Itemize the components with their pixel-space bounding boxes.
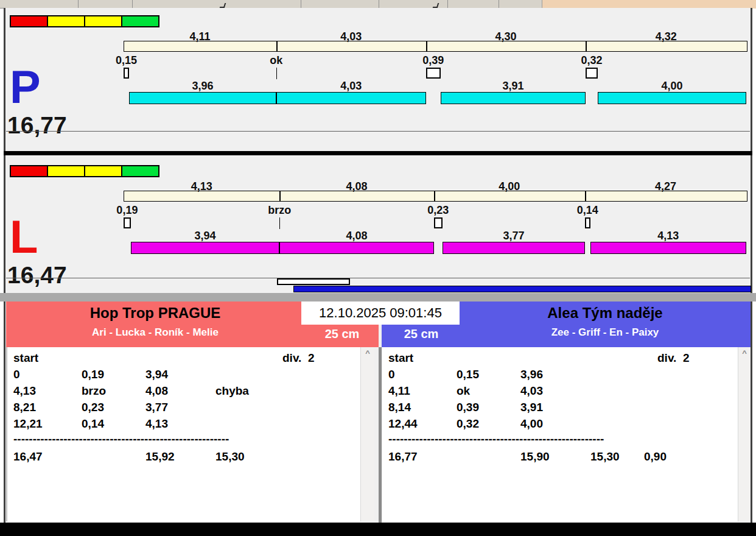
summary-cell: 15,92 xyxy=(145,451,175,464)
flag-cell xyxy=(84,166,121,176)
jump-time-bar xyxy=(279,242,433,254)
lane-l-letter: L xyxy=(10,214,38,260)
summary-cell: 15,30 xyxy=(215,451,245,464)
split-cell: 4,13 xyxy=(13,385,36,398)
exchange-gap-box xyxy=(426,68,441,79)
split-cell: 0,32 xyxy=(457,418,479,431)
leg-boundary-divider xyxy=(586,41,587,52)
flag-cell xyxy=(47,166,84,176)
leg-duration-bar xyxy=(124,191,747,202)
leg-duration-label: 4,00 xyxy=(499,180,520,193)
split-cell: chyba xyxy=(215,385,249,398)
scrollbar-right-table[interactable]: ^ xyxy=(738,347,751,521)
lane-p-split-chart: 4,110,153,964,03ok4,034,300,393,914,320,… xyxy=(124,30,747,107)
start-label: start xyxy=(388,352,413,365)
summary-cell: 16,77 xyxy=(388,451,418,464)
split-cell: 0,39 xyxy=(457,401,479,414)
jump-time-label: 4,08 xyxy=(346,230,367,242)
lane-l-split-chart: 4,130,193,944,08brzo4,084,000,233,774,27… xyxy=(124,180,747,256)
summary-cell: 15,30 xyxy=(590,451,620,464)
exchange-gap-label: 0,19 xyxy=(116,204,138,217)
exchange-gap-box xyxy=(124,217,131,228)
exchange-gap-label: 0,23 xyxy=(427,204,449,217)
split-cell: 8,14 xyxy=(388,401,411,414)
flag-cell xyxy=(121,16,158,26)
division-label: div. 2 xyxy=(282,352,314,365)
menubar-strip[interactable] xyxy=(0,0,542,9)
progress-marker-box xyxy=(277,278,350,285)
split-cell: 3,96 xyxy=(520,368,543,381)
jump-time-bar xyxy=(131,242,280,254)
menubar-separator xyxy=(499,0,499,8)
datetime-display: 12.10.2025 09:01:45 xyxy=(301,302,460,325)
split-cell: 8,21 xyxy=(13,401,36,414)
menubar-separator xyxy=(132,0,133,8)
lane-l-total-time: 16,47 xyxy=(7,263,67,287)
split-cell: 3,94 xyxy=(145,368,168,381)
leg-duration-label: 4,13 xyxy=(191,180,212,193)
summary-separator: ----------------------------------------… xyxy=(13,433,229,446)
exchange-gap-tick xyxy=(276,68,277,79)
jump-time-bar xyxy=(598,92,746,104)
split-cell: 0,14 xyxy=(82,418,104,431)
lane-p-total-time: 16,77 xyxy=(7,113,67,137)
start-label: start xyxy=(13,352,38,365)
leg-boundary-divider xyxy=(276,41,278,52)
scroll-up-icon[interactable]: ^ xyxy=(361,348,374,358)
split-cell: 12,21 xyxy=(13,418,43,431)
exchange-gap-label: 0,39 xyxy=(422,54,444,67)
rope-height-left: 25 cm xyxy=(303,327,382,341)
lane-p-section: P 16,77 4,110,153,964,03ok4,034,300,393,… xyxy=(0,8,756,158)
exchange-gap-label: brzo xyxy=(268,204,291,217)
division-label: div. 2 xyxy=(657,352,689,365)
menubar-separator xyxy=(447,0,448,8)
summary-cell: 15,90 xyxy=(520,451,550,464)
jump-time-bar xyxy=(443,242,585,254)
team-members-left: Ari - Lucka - Roník - Melie xyxy=(6,326,304,339)
exchange-gap-box xyxy=(434,217,443,228)
jump-time-bar xyxy=(441,92,586,104)
clipped-menu-glyph xyxy=(433,3,439,8)
summary-cell: 16,47 xyxy=(13,451,43,464)
results-table-right: startdiv. 200,153,964,11ok4,038,140,393,… xyxy=(382,347,738,521)
exchange-gap-box xyxy=(585,217,590,228)
leg-duration-label: 4,03 xyxy=(340,30,362,43)
rope-height-right: 25 cm xyxy=(382,327,461,341)
scroll-up-icon[interactable]: ^ xyxy=(738,348,751,358)
summary-separator: ----------------------------------------… xyxy=(388,433,604,446)
leg-boundary-divider xyxy=(585,191,586,202)
split-cell: 3,77 xyxy=(145,401,168,414)
scrollbar-left-table[interactable]: ^ xyxy=(360,347,374,521)
split-cell: 3,91 xyxy=(520,401,543,414)
team-name-left: Hop Trop PRAGUE xyxy=(6,305,304,322)
split-cell: 4,11 xyxy=(388,385,410,398)
split-cell: ok xyxy=(457,385,470,398)
leg-boundary-divider xyxy=(434,191,435,202)
split-cell: brzo xyxy=(82,385,106,398)
leg-boundary-divider xyxy=(426,41,427,52)
split-cell: 4,13 xyxy=(145,418,168,431)
progress-bar xyxy=(293,286,751,292)
leg-duration-label: 4,11 xyxy=(189,30,210,43)
leg-duration-label: 4,08 xyxy=(346,180,367,193)
leg-duration-label: 4,27 xyxy=(655,180,676,193)
flag-cell xyxy=(84,16,121,26)
exchange-gap-box xyxy=(586,68,598,79)
menubar-separator xyxy=(379,0,379,8)
split-cell: 12,44 xyxy=(388,418,418,431)
toolbar-accent-strip xyxy=(542,0,756,9)
jump-time-label: 3,77 xyxy=(503,230,524,242)
jump-time-bar xyxy=(129,92,276,104)
menubar-separator xyxy=(78,0,79,8)
status-flag-strip xyxy=(10,15,159,27)
jump-time-label: 4,00 xyxy=(661,80,682,93)
jump-time-label: 4,13 xyxy=(657,230,679,242)
exchange-gap-tick xyxy=(279,217,280,229)
split-cell: 0 xyxy=(13,368,20,381)
jump-time-label: 3,94 xyxy=(195,230,216,242)
jump-time-label: 3,96 xyxy=(192,80,213,93)
split-cell: 0,15 xyxy=(457,368,479,381)
clipped-menu-glyph xyxy=(220,3,226,8)
leg-duration-label: 4,30 xyxy=(495,30,517,43)
panel-divider xyxy=(379,347,382,523)
